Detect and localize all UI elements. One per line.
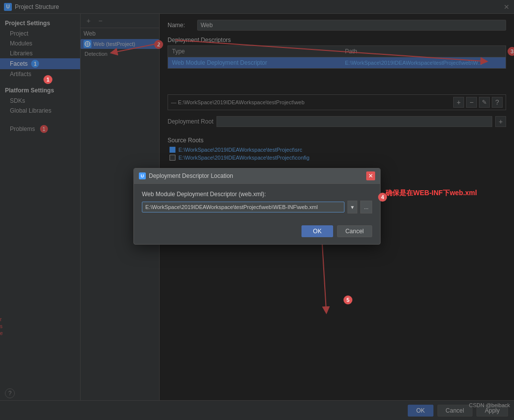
modal-body: Web Module Deployment Descriptor (web.xm… xyxy=(134,184,380,220)
annotation-5: 5 xyxy=(343,295,352,304)
modal-title-bar: U Deployment Descriptor Location ✕ xyxy=(134,168,380,184)
modal-icon: U xyxy=(139,172,146,179)
modal-field-label: Web Module Deployment Descriptor (web.xm… xyxy=(142,191,372,198)
annotation-4: 4 xyxy=(378,193,387,202)
modal-input-row: ▼ ... xyxy=(142,201,372,213)
csdn-watermark: CSDN @beiback xyxy=(469,402,510,408)
modal-overlay: U Deployment Descriptor Location ✕ Web M… xyxy=(0,0,514,420)
modal-cancel-button[interactable]: Cancel xyxy=(337,225,372,237)
modal-title-text: Deployment Descriptor Location xyxy=(149,172,233,179)
modal-close-button[interactable]: ✕ xyxy=(366,171,375,180)
modal-title-left: U Deployment Descriptor Location xyxy=(139,172,233,179)
modal-footer: OK Cancel xyxy=(134,220,380,244)
deployment-descriptor-modal: U Deployment Descriptor Location ✕ Web M… xyxy=(133,168,381,245)
modal-ok-button[interactable]: OK xyxy=(301,225,333,237)
modal-dropdown-button[interactable]: ▼ xyxy=(347,201,357,213)
modal-path-input[interactable] xyxy=(142,202,344,212)
modal-browse-button[interactable]: ... xyxy=(360,201,372,213)
annotation-1: 1 xyxy=(43,75,52,84)
